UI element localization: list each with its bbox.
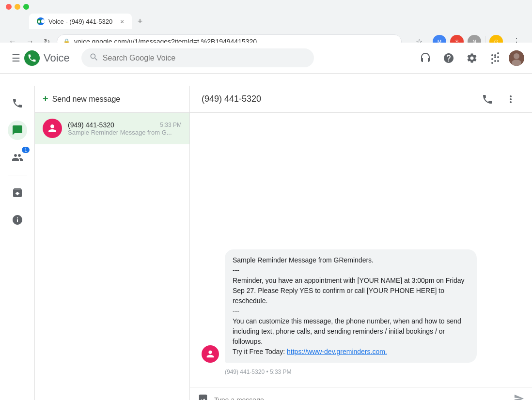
grid-button[interactable] xyxy=(485,48,505,68)
sidebar-item-messages[interactable] xyxy=(0,117,34,144)
sender-person-icon xyxy=(205,349,216,359)
voice-logo: Voice xyxy=(24,50,70,66)
maximize-dot[interactable] xyxy=(23,4,29,10)
minimize-dot[interactable] xyxy=(15,4,20,10)
incoming-message-row: Sample Reminder Message from GReminders.… xyxy=(202,249,520,363)
message-line-5: You can customize this message, the phon… xyxy=(233,316,469,347)
user-avatar[interactable] xyxy=(509,50,524,66)
calls-icon xyxy=(8,93,27,113)
sidebar-item-info[interactable] xyxy=(0,206,34,233)
messages-panel: + Send new message (949) 441-5320 5:33 P… xyxy=(35,86,190,400)
sender-avatar xyxy=(202,345,219,363)
search-icon xyxy=(89,52,99,63)
message-input[interactable] xyxy=(214,396,508,400)
grid-icon xyxy=(489,52,501,64)
app-body: 1 + Send xyxy=(0,55,532,400)
voice-logo-text: Voice xyxy=(44,52,70,64)
headset-icon xyxy=(420,52,431,64)
sidebar-item-archive[interactable] xyxy=(0,179,34,206)
conversation-time: 5:33 PM xyxy=(160,122,182,128)
message-list: (949) 441-5320 5:33 PM Sample Reminder M… xyxy=(35,113,189,400)
close-dot[interactable] xyxy=(6,4,12,10)
info-icon xyxy=(8,210,27,230)
message-meta: (949) 441-5320 • 5:33 PM xyxy=(202,369,520,375)
avatar-image xyxy=(509,50,524,66)
message-item[interactable]: (949) 441-5320 5:33 PM Sample Reminder M… xyxy=(35,113,189,144)
new-message-icon: + xyxy=(43,93,48,105)
messages-header: + Send new message xyxy=(35,86,189,113)
message-bubble: Sample Reminder Message from GReminders.… xyxy=(225,249,477,363)
hamburger-button[interactable]: ☰ xyxy=(8,48,24,68)
chat-area: (949) 441-5320 xyxy=(190,86,532,400)
message-line-6: Try it Free Today: https://www-dev.gremi… xyxy=(233,347,469,357)
header-right-actions xyxy=(416,48,524,68)
app-header: ☰ Voice xyxy=(0,43,532,74)
sidebar-item-contacts[interactable]: 1 xyxy=(0,144,34,171)
more-options-button[interactable] xyxy=(501,90,520,109)
message-line-1: Sample Reminder Message from GReminders. xyxy=(233,255,469,265)
browser-tab[interactable]: Voice - (949) 441-5320 × xyxy=(29,14,132,29)
settings-icon xyxy=(466,52,478,64)
conversation-name: (949) 441-5320 xyxy=(68,121,114,129)
svg-point-1 xyxy=(514,53,519,59)
messages-icon xyxy=(8,121,27,140)
voice-phone-icon xyxy=(27,53,37,63)
call-icon xyxy=(482,93,493,105)
sidebar-item-calls[interactable] xyxy=(0,90,34,117)
sidebar-nav: 1 xyxy=(0,86,34,233)
headset-button[interactable] xyxy=(416,48,435,68)
chat-input-area xyxy=(190,387,532,400)
tab-title: Voice - (949) 441-5320 xyxy=(48,18,112,25)
voice-logo-icon xyxy=(24,50,40,66)
chat-messages: Sample Reminder Message from GReminders.… xyxy=(190,113,532,387)
conversation-preview: Sample Reminder Message from G... xyxy=(68,129,182,136)
new-tab-button[interactable]: + xyxy=(134,15,147,29)
new-message-label: Send new message xyxy=(52,95,121,104)
contacts-badge: 1 xyxy=(22,147,30,153)
message-link[interactable]: https://www-dev.greminders.com. xyxy=(287,348,387,355)
call-button[interactable] xyxy=(478,90,497,109)
more-vert-icon xyxy=(505,93,516,105)
message-info: (949) 441-5320 5:33 PM Sample Reminder M… xyxy=(68,121,182,136)
person-icon xyxy=(47,123,58,134)
new-message-button[interactable]: + Send new message xyxy=(43,93,120,105)
search-input[interactable] xyxy=(103,54,306,62)
tab-favicon xyxy=(37,17,45,25)
sidebar: 1 xyxy=(0,86,35,400)
settings-button[interactable] xyxy=(462,48,482,68)
message-line-3: Reminder, you have an appointment with [… xyxy=(233,276,469,306)
message-line-4: --- xyxy=(233,306,469,316)
image-attach-icon[interactable] xyxy=(198,393,208,400)
tab-close-button[interactable]: × xyxy=(120,18,124,25)
browser-window-controls xyxy=(6,4,29,10)
chat-contact-name: (949) 441-5320 xyxy=(202,94,261,104)
search-bar[interactable] xyxy=(81,48,314,67)
chat-header-actions xyxy=(478,90,520,109)
chat-header: (949) 441-5320 xyxy=(190,86,532,113)
send-button[interactable] xyxy=(514,393,524,400)
help-button[interactable] xyxy=(439,48,458,68)
help-icon xyxy=(443,52,454,64)
conversation-avatar xyxy=(43,119,62,138)
sidebar-divider xyxy=(8,175,27,175)
archive-icon xyxy=(8,183,27,202)
message-line-2: --- xyxy=(233,265,469,276)
